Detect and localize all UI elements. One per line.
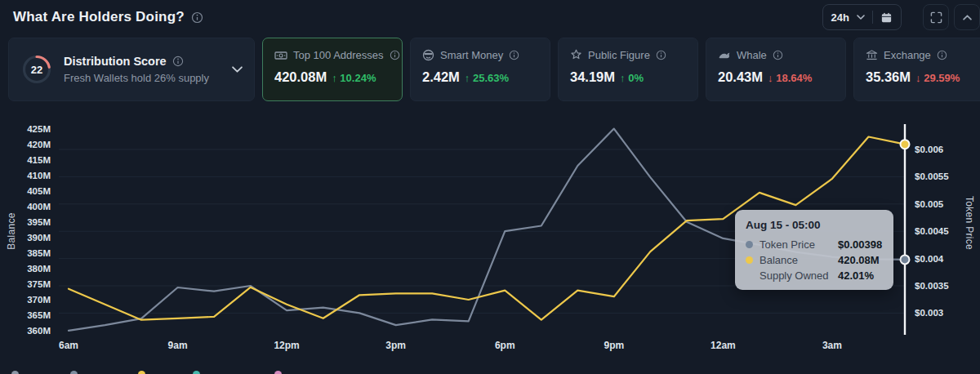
token-price-dot: [746, 241, 753, 248]
info-icon[interactable]: [773, 50, 783, 60]
arrow-up-icon: ↑: [465, 72, 470, 84]
arrow-up-icon: ↑: [620, 72, 626, 84]
metric-cards-row: 22 Distribution Score Fresh Wallets hold…: [8, 38, 980, 101]
left-axis-tick: 410M: [27, 171, 51, 180]
left-axis-tick: 405M: [27, 186, 51, 196]
left-axis-tick: 360M: [27, 326, 51, 336]
timeframe-label: 24h: [831, 11, 849, 24]
right-axis-tick: $0.0035: [915, 281, 949, 291]
metric-label: Smart Money: [440, 49, 503, 61]
tooltip-label: Balance: [760, 254, 831, 266]
chart-tooltip: Aug 15 - 05:00 Token Price $0.00398 Bala…: [735, 210, 893, 290]
arrow-up-icon: ↑: [332, 72, 337, 84]
info-icon[interactable]: [172, 56, 184, 67]
left-axis-tick: 420M: [27, 140, 51, 149]
x-axis-tick: 12pm: [274, 340, 299, 351]
metric-label: Whale: [737, 49, 767, 61]
x-axis-tick: 6am: [59, 340, 78, 351]
token-price-axis-title: Token Price: [964, 196, 975, 250]
score-gauge: 22: [20, 53, 53, 86]
right-axis-tick: $0.003: [915, 308, 943, 318]
left-axis-tick: 400M: [27, 202, 51, 211]
x-axis-tick: 3pm: [385, 340, 406, 351]
metric-value: 2.42M: [422, 69, 460, 85]
score-value: 22: [31, 64, 42, 76]
money-icon: [274, 50, 287, 61]
x-axis-tick: 3am: [822, 340, 842, 351]
metric-card-smart-money[interactable]: Smart Money 2.42M ↑ 25.63%: [410, 38, 550, 101]
right-axis-tick: $0.004: [915, 254, 944, 264]
x-axis-tick: 6pm: [495, 340, 515, 351]
chevron-down-icon[interactable]: [232, 66, 243, 73]
chevron-down-icon: [857, 15, 865, 20]
tooltip-row: Token Price $0.00398: [746, 238, 883, 251]
tooltip-row: Balance 420.08M: [746, 254, 883, 266]
right-axis-tick: $0.005: [915, 199, 944, 209]
legend-dot[interactable]: [70, 371, 78, 374]
divider: [872, 11, 873, 24]
metric-value: 420.08M: [274, 69, 327, 85]
collapse-button[interactable]: [954, 4, 980, 30]
right-axis-tick: $0.0055: [915, 171, 949, 181]
metric-label: Top 100 Addresses: [293, 49, 384, 61]
holders-dashboard: { "header": { "title": "What Are Holders…: [0, 0, 980, 374]
arrow-down-icon: ↓: [768, 72, 773, 84]
info-icon[interactable]: [656, 50, 666, 60]
tooltip-value: $0.00398: [838, 238, 882, 251]
exchange-icon: [866, 49, 878, 61]
legend-dot[interactable]: [274, 371, 282, 374]
metric-label: Exchange: [884, 49, 931, 61]
tooltip-value: 420.08M: [838, 254, 880, 266]
metric-change: 0%: [628, 72, 644, 84]
header-controls: 24h: [822, 4, 967, 30]
metric-card-public-figure[interactable]: Public Figure 34.19M ↑ 0%: [558, 38, 698, 101]
info-icon[interactable]: [509, 50, 519, 60]
tooltip-label: Supply Owned: [760, 269, 831, 282]
right-axis-tick: $0.006: [915, 145, 943, 154]
title-info-icon[interactable]: [191, 11, 203, 24]
metric-change: 18.64%: [776, 72, 812, 84]
arrow-down-icon: ↓: [915, 72, 921, 84]
right-axis-tick: $0.0045: [915, 226, 949, 236]
left-axis-tick: 370M: [27, 295, 51, 305]
x-axis-tick: 12am: [710, 340, 736, 351]
chart-legend[interactable]: [0, 370, 980, 374]
metric-value: 34.19M: [570, 69, 615, 85]
tooltip-title: Aug 15 - 05:00: [746, 219, 883, 231]
balance-dot: [746, 256, 753, 264]
metric-card-exchange[interactable]: Exchange 35.36M ↓ 29.59%: [853, 38, 980, 101]
left-axis-tick: 365M: [27, 310, 51, 320]
crosshair-dot-balance: [901, 140, 910, 149]
fullscreen-icon: [930, 11, 942, 24]
tooltip-row: Supply Owned 42.01%: [746, 269, 883, 282]
x-axis-tick: 9am: [168, 340, 188, 351]
fullscreen-button[interactable]: [923, 4, 949, 30]
left-axis-tick: 390M: [27, 233, 51, 243]
legend-dot[interactable]: [138, 371, 145, 374]
whale-icon: [718, 50, 731, 60]
left-axis-tick: 385M: [27, 248, 51, 258]
left-axis-tick: 375M: [27, 279, 51, 289]
header: What Are Holders Doing? 24h: [0, 0, 980, 34]
metric-label: Public Figure: [588, 49, 650, 61]
timeframe-select[interactable]: 24h: [822, 4, 902, 30]
public-figure-icon: [570, 49, 582, 61]
metric-card-top-100-addresses[interactable]: Top 100 Addresses 420.08M ↑ 10.24%: [262, 38, 403, 101]
tooltip-value: 42.01%: [838, 269, 874, 282]
left-axis-tick: 415M: [27, 155, 51, 165]
distribution-score-card[interactable]: 22 Distribution Score Fresh Wallets hold…: [8, 38, 255, 101]
calendar-icon[interactable]: [880, 11, 893, 24]
legend-dot[interactable]: [193, 371, 200, 374]
metric-change: 25.63%: [473, 72, 509, 84]
metric-change: 10.24%: [340, 72, 376, 84]
balance-axis-title: Balance: [6, 198, 17, 264]
metric-card-whale[interactable]: Whale 20.43M ↓ 18.64%: [706, 38, 846, 101]
crosshair-dot-token-price: [901, 255, 910, 264]
legend-dot[interactable]: [11, 371, 19, 374]
page-title: What Are Holders Doing?: [13, 9, 185, 25]
metric-value: 20.43M: [718, 69, 763, 85]
metric-value: 35.36M: [866, 69, 911, 85]
info-icon[interactable]: [390, 50, 400, 60]
info-icon[interactable]: [937, 50, 947, 60]
distribution-subtitle: Fresh Wallets hold 26% supply: [64, 72, 209, 84]
